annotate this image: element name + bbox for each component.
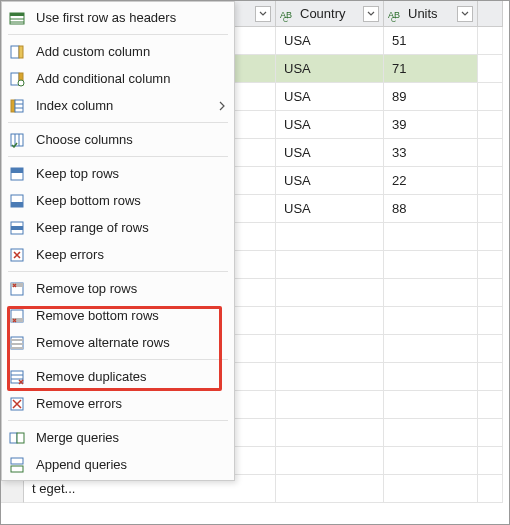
cell-trailing <box>478 363 503 391</box>
filter-button[interactable] <box>457 6 473 22</box>
cell-units[interactable]: 39 <box>384 111 478 139</box>
remove-bottom-icon <box>8 307 26 325</box>
cell-country[interactable] <box>276 447 384 475</box>
cell-trailing <box>478 475 503 503</box>
cell-trailing <box>478 195 503 223</box>
cell-units[interactable]: 71 <box>384 55 478 83</box>
column-header-country[interactable]: ABC Country <box>276 1 384 27</box>
cell-trailing <box>478 251 503 279</box>
cell-units[interactable] <box>384 447 478 475</box>
keep-bottom-icon <box>8 192 26 210</box>
svg-rect-50 <box>10 433 17 443</box>
cell-country[interactable] <box>276 419 384 447</box>
cell-country[interactable]: USA <box>276 111 384 139</box>
menu-label: Use first row as headers <box>36 10 226 25</box>
svg-rect-36 <box>11 226 23 230</box>
column-label: Country <box>300 6 363 21</box>
svg-rect-24 <box>11 100 15 112</box>
menu-remove-errors[interactable]: Remove errors <box>2 390 234 417</box>
cell-country[interactable]: USA <box>276 27 384 55</box>
menu-remove-top-rows[interactable]: Remove top rows <box>2 275 234 302</box>
menu-separator <box>8 34 228 35</box>
cell-trailing <box>478 307 503 335</box>
cell-country[interactable] <box>276 279 384 307</box>
cell-trailing <box>478 447 503 475</box>
cell-country[interactable] <box>276 475 384 503</box>
menu-keep-range-rows[interactable]: Keep range of rows <box>2 214 234 241</box>
cell-trailing <box>478 55 503 83</box>
add-column-icon <box>8 43 26 61</box>
cell-trailing <box>478 139 503 167</box>
cell-country[interactable]: USA <box>276 55 384 83</box>
svg-rect-16 <box>10 13 24 16</box>
cell-units[interactable] <box>384 391 478 419</box>
menu-merge-queries[interactable]: Merge queries <box>2 424 234 451</box>
chevron-right-icon <box>218 101 226 111</box>
cell-country[interactable]: USA <box>276 195 384 223</box>
cell-country[interactable] <box>276 391 384 419</box>
menu-choose-columns[interactable]: Choose columns <box>2 126 234 153</box>
cell-trailing <box>478 279 503 307</box>
text-type-icon: ABC <box>388 6 404 22</box>
filter-button[interactable] <box>255 6 271 22</box>
filter-button[interactable] <box>363 6 379 22</box>
cell-units[interactable] <box>384 307 478 335</box>
cell-units[interactable]: 89 <box>384 83 478 111</box>
use-first-row-icon <box>8 9 26 27</box>
choose-columns-icon <box>8 131 26 149</box>
menu-add-conditional-column[interactable]: Add conditional column <box>2 65 234 92</box>
cell-country[interactable]: USA <box>276 167 384 195</box>
cell-country[interactable] <box>276 363 384 391</box>
menu-keep-top-rows[interactable]: Keep top rows <box>2 160 234 187</box>
cell-units[interactable] <box>384 419 478 447</box>
menu-label: Index column <box>36 98 218 113</box>
cell-units[interactable]: 33 <box>384 139 478 167</box>
menu-append-queries[interactable]: Append queries <box>2 451 234 478</box>
menu-separator <box>8 122 228 123</box>
cell-country[interactable]: USA <box>276 83 384 111</box>
menu-label: Keep top rows <box>36 166 226 181</box>
cell-trailing <box>478 391 503 419</box>
menu-label: Add custom column <box>36 44 226 59</box>
svg-rect-19 <box>11 46 19 58</box>
cell-units[interactable] <box>384 223 478 251</box>
merge-icon <box>8 429 26 447</box>
svg-point-23 <box>18 80 24 86</box>
cell-units[interactable]: 22 <box>384 167 478 195</box>
remove-duplicates-icon <box>8 368 26 386</box>
cell-country[interactable] <box>276 223 384 251</box>
menu-label: Keep range of rows <box>36 220 226 235</box>
column-header-extra <box>478 1 503 27</box>
menu-use-first-row[interactable]: Use first row as headers <box>2 4 234 31</box>
cell-country[interactable]: USA <box>276 139 384 167</box>
menu-remove-bottom-rows[interactable]: Remove bottom rows <box>2 302 234 329</box>
menu-remove-duplicates[interactable]: Remove duplicates <box>2 363 234 390</box>
menu-index-column[interactable]: Index column <box>2 92 234 119</box>
menu-remove-alternate-rows[interactable]: Remove alternate rows <box>2 329 234 356</box>
column-header-units[interactable]: ABC Units <box>384 1 478 27</box>
cell-country[interactable] <box>276 335 384 363</box>
cell-units[interactable] <box>384 475 478 503</box>
menu-separator <box>8 156 228 157</box>
menu-add-custom-column[interactable]: Add custom column <box>2 38 234 65</box>
menu-label: Choose columns <box>36 132 226 147</box>
svg-rect-53 <box>11 466 23 472</box>
conditional-column-icon <box>8 70 26 88</box>
cell-units[interactable]: 88 <box>384 195 478 223</box>
cell-units[interactable]: 51 <box>384 27 478 55</box>
cell-units[interactable] <box>384 363 478 391</box>
menu-keep-errors[interactable]: Keep errors <box>2 241 234 268</box>
cell-units[interactable] <box>384 279 478 307</box>
menu-label: Append queries <box>36 457 226 472</box>
cell-units[interactable] <box>384 335 478 363</box>
menu-keep-bottom-rows[interactable]: Keep bottom rows <box>2 187 234 214</box>
menu-label: Remove duplicates <box>36 369 226 384</box>
cell-country[interactable] <box>276 307 384 335</box>
cell-units[interactable] <box>384 251 478 279</box>
cell-trailing <box>478 83 503 111</box>
cell-country[interactable] <box>276 251 384 279</box>
svg-rect-20 <box>19 46 23 58</box>
menu-separator <box>8 271 228 272</box>
menu-label: Remove alternate rows <box>36 335 226 350</box>
index-column-icon <box>8 97 26 115</box>
